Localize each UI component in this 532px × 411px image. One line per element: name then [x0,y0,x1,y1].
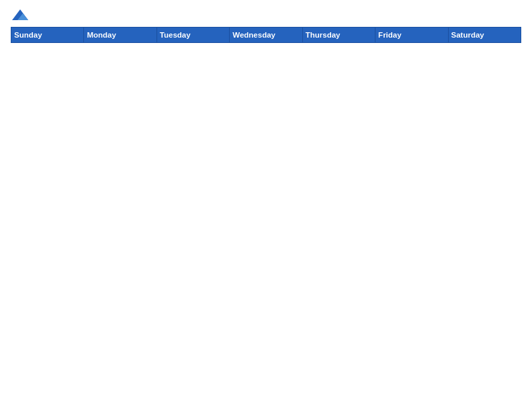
header-day-thursday: Thursday [302,28,375,43]
calendar-header: SundayMondayTuesdayWednesdayThursdayFrid… [11,28,521,43]
header-day-saturday: Saturday [448,28,521,43]
header-row: SundayMondayTuesdayWednesdayThursdayFrid… [11,28,521,43]
logo-icon [11,8,30,24]
page-container: SundayMondayTuesdayWednesdayThursdayFrid… [0,0,532,48]
header-day-friday: Friday [375,28,448,43]
header-day-monday: Monday [84,28,157,43]
header-day-sunday: Sunday [11,28,84,43]
header-day-tuesday: Tuesday [157,28,229,43]
calendar-table: SundayMondayTuesdayWednesdayThursdayFrid… [11,27,521,43]
header-day-wednesday: Wednesday [230,28,302,43]
logo [11,8,32,24]
header [11,8,521,24]
